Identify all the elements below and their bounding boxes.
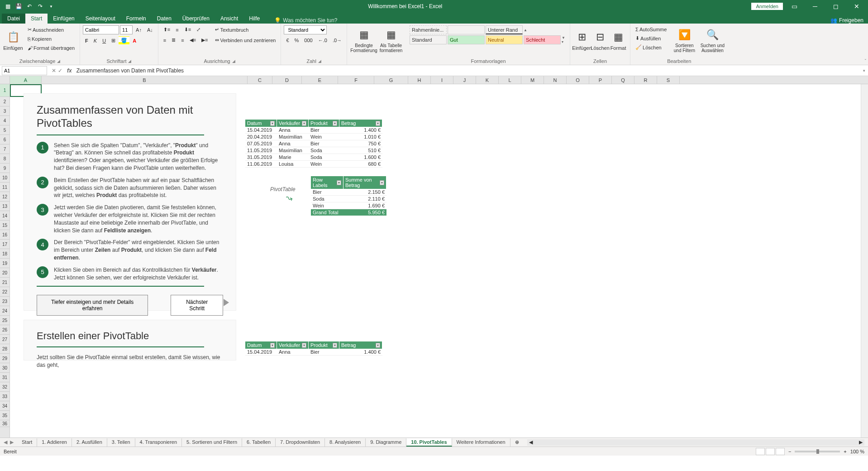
- normal-view-button[interactable]: [756, 448, 765, 455]
- column-header-I[interactable]: I: [431, 76, 453, 84]
- clipboard-launcher[interactable]: ◢: [57, 59, 60, 63]
- format-painter-button[interactable]: 🖌Format übertragen: [25, 44, 77, 52]
- column-header-D[interactable]: D: [272, 76, 302, 84]
- zoom-slider[interactable]: [795, 451, 840, 452]
- merge-center-button[interactable]: ⇔Verbinden und zentrieren: [213, 36, 278, 44]
- expand-formula-icon[interactable]: ▾: [860, 68, 868, 73]
- format-as-table-button[interactable]: ▦ Als Tabelle formatieren: [378, 25, 404, 55]
- next-step-button[interactable]: Nächster Schritt: [171, 295, 223, 316]
- table-row[interactable]: 20.04.2019MaximilianWein1.010 €: [245, 134, 382, 140]
- cut-button[interactable]: ✂Ausschneiden: [25, 25, 77, 34]
- conditional-format-button[interactable]: ▦ Bedingte Formatierung: [350, 25, 378, 55]
- row-header-36[interactable]: 36: [0, 420, 10, 427]
- vertical-scrollbar[interactable]: [861, 84, 868, 437]
- zoom-in-button[interactable]: +: [844, 449, 846, 454]
- increase-font-button[interactable]: A↑: [134, 26, 144, 34]
- row-header-29[interactable]: 29: [0, 354, 10, 363]
- tab-einfuegen[interactable]: Einfügen: [48, 14, 80, 24]
- row-header-34[interactable]: 34: [0, 401, 10, 411]
- align-left-button[interactable]: ≡: [161, 36, 168, 44]
- row-header-2[interactable]: 2: [0, 97, 10, 106]
- redo-icon[interactable]: ↷: [35, 1, 45, 11]
- table-header[interactable]: Produkt▾: [309, 120, 339, 127]
- column-header-J[interactable]: J: [453, 76, 476, 84]
- table-row[interactable]: 15.04.2019AnnaBier1.400 €: [245, 349, 382, 356]
- column-header-G[interactable]: G: [374, 76, 408, 84]
- find-select-button[interactable]: 🔍Suchen und Auswählen: [700, 25, 725, 55]
- row-header-31[interactable]: 31: [0, 373, 10, 382]
- page-layout-view-button[interactable]: [766, 448, 775, 455]
- cancel-icon[interactable]: ✕: [52, 67, 56, 74]
- insert-cells-button[interactable]: ⊞Einfügen: [573, 25, 591, 55]
- worksheet-grid[interactable]: 1234567891011121314151617181920212223242…: [0, 84, 868, 437]
- row-header-30[interactable]: 30: [0, 363, 10, 373]
- number-launcher[interactable]: ◢: [318, 59, 321, 63]
- orientation-button[interactable]: ⤢: [194, 25, 203, 34]
- row-header-23[interactable]: 23: [0, 297, 10, 306]
- table-row[interactable]: 11.06.2019LouisaWein680 €: [245, 161, 382, 168]
- page-break-view-button[interactable]: [776, 448, 785, 455]
- sheet-tab[interactable]: 2. Ausfüllen: [72, 438, 107, 447]
- collapse-ribbon-button[interactable]: ˇ: [865, 59, 866, 64]
- filter-dropdown-icon[interactable]: ▾: [270, 343, 275, 348]
- tab-daten[interactable]: Daten: [152, 14, 177, 24]
- align-bottom-button[interactable]: ⬇≡: [182, 25, 193, 34]
- style-rahmenlinie[interactable]: Rahmenlinie...: [410, 25, 447, 34]
- tab-hilfe[interactable]: Hilfe: [243, 14, 265, 24]
- table-row[interactable]: Soda2.110 €: [311, 196, 386, 202]
- row-header-5[interactable]: 5: [0, 125, 10, 135]
- align-middle-button[interactable]: ≡: [173, 26, 181, 34]
- table-row[interactable]: 11.05.2019MaximilianSoda510 €: [245, 147, 382, 154]
- formula-input[interactable]: Zusammenfassen von Daten mit PivotTables: [74, 67, 860, 74]
- row-header-17[interactable]: 17: [0, 240, 10, 249]
- align-right-button[interactable]: ≡: [179, 36, 186, 44]
- sheet-tab[interactable]: Start: [17, 438, 37, 447]
- row-header-22[interactable]: 22: [0, 287, 10, 297]
- row-header-16[interactable]: 16: [0, 230, 10, 240]
- row-header-9[interactable]: 9: [0, 163, 10, 173]
- table-row[interactable]: 31.05.2019MarieSoda1.600 €: [245, 154, 382, 161]
- table-header[interactable]: Betrag▾: [339, 120, 382, 127]
- style-gut[interactable]: Gut: [448, 35, 485, 44]
- table-header[interactable]: Verkäufer▾: [277, 120, 309, 127]
- share-button[interactable]: 👥 Freigeben: [830, 17, 863, 24]
- filter-dropdown-icon[interactable]: ▾: [333, 121, 337, 126]
- row-header-4[interactable]: 4: [0, 116, 10, 125]
- sheet-prev-icon[interactable]: ◀: [4, 439, 7, 445]
- column-header-B[interactable]: B: [42, 76, 248, 84]
- decrease-decimal-button[interactable]: .0→: [330, 36, 344, 44]
- fx-icon[interactable]: fx: [65, 67, 74, 74]
- format-cells-button[interactable]: ▦Format: [609, 25, 627, 55]
- font-launcher[interactable]: ◢: [128, 59, 131, 63]
- row-header-21[interactable]: 21: [0, 278, 10, 287]
- style-unterer-rand[interactable]: Unterer Rand: [486, 25, 523, 34]
- align-launcher[interactable]: ◢: [232, 59, 235, 63]
- table-header[interactable]: Verkäufer▾: [277, 341, 309, 349]
- tab-start[interactable]: Start: [25, 14, 48, 24]
- tab-datei[interactable]: Datei: [2, 14, 25, 24]
- comma-button[interactable]: 000: [302, 36, 315, 44]
- autosum-button[interactable]: ΣAutoSumme: [633, 25, 669, 34]
- row-header-28[interactable]: 28: [0, 344, 10, 354]
- table-header[interactable]: Datum▾: [245, 341, 277, 349]
- column-header-M[interactable]: M: [521, 76, 544, 84]
- column-header-S[interactable]: S: [657, 76, 680, 84]
- table-header[interactable]: Betrag▾: [339, 341, 382, 349]
- add-sheet-button[interactable]: ⊕: [510, 439, 524, 445]
- zoom-out-button[interactable]: −: [788, 449, 791, 454]
- table-header[interactable]: Summe von Betrag▾: [343, 176, 386, 189]
- indent-decrease-button[interactable]: ◀≡: [187, 36, 198, 44]
- column-header-O[interactable]: O: [567, 76, 589, 84]
- sheet-tab[interactable]: 8. Analysieren: [325, 438, 366, 447]
- underline-button[interactable]: U: [100, 37, 108, 45]
- filter-dropdown-icon[interactable]: ▾: [337, 180, 341, 185]
- column-header-A[interactable]: A: [10, 76, 42, 84]
- column-header-Q[interactable]: Q: [612, 76, 634, 84]
- save-icon[interactable]: 💾: [14, 1, 24, 11]
- table-row[interactable]: Wein1.690 €: [311, 202, 386, 209]
- row-header-32[interactable]: 32: [0, 382, 10, 392]
- row-header-35[interactable]: 35: [0, 411, 10, 420]
- filter-dropdown-icon[interactable]: ▾: [270, 121, 275, 126]
- row-header-12[interactable]: 12: [0, 192, 10, 202]
- row-header-33[interactable]: 33: [0, 392, 10, 401]
